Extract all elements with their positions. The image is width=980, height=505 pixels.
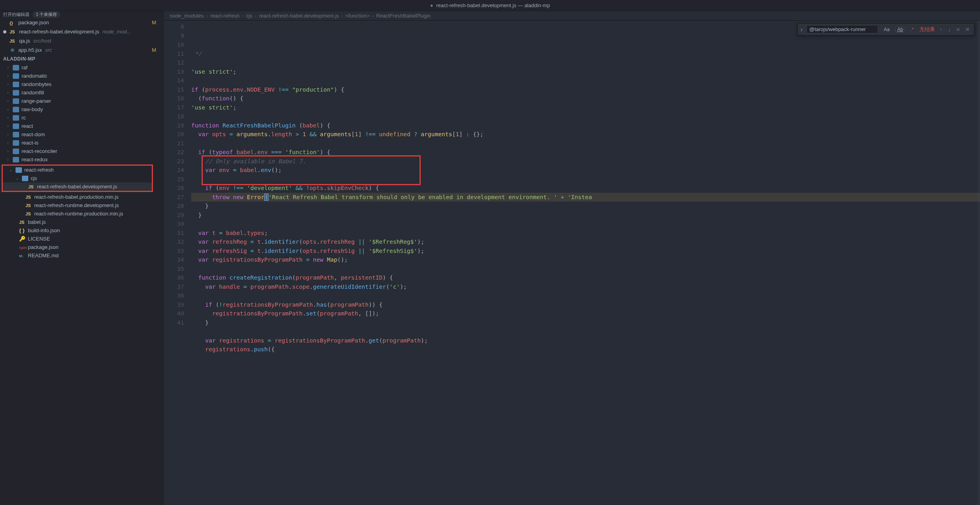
tree-file[interactable]: JSreact-refresh-babel.development.js — [3, 182, 152, 191]
code-line[interactable] — [191, 76, 980, 85]
code-line[interactable]: var t = babel.types; — [191, 229, 980, 238]
chevron-right-icon: › — [6, 99, 10, 103]
code-line[interactable]: var registrationsByProgramPath = new Map… — [191, 255, 980, 264]
code-line[interactable]: registrationsByProgramPath.set(programPa… — [191, 309, 980, 318]
tree-folder[interactable]: ›randomatic — [0, 72, 164, 80]
open-editors-header[interactable]: 打开的编辑器 1 个未保存 — [0, 11, 164, 18]
breadcrumb-segment[interactable]: node_modules — [170, 13, 204, 19]
code-content[interactable]: */'use strict';if (process.env.NODE_ENV … — [191, 21, 980, 505]
code-line[interactable] — [191, 219, 980, 229]
find-selection-icon[interactable]: ≡ — [956, 26, 960, 33]
find-case-option[interactable]: Aa — [882, 26, 891, 33]
tree-file[interactable]: 🔑LICENSE — [0, 235, 164, 243]
tree-file[interactable]: JSbabel.js — [0, 218, 164, 226]
breadcrumb-segment[interactable]: cjs — [246, 13, 253, 19]
line-number: 35 — [164, 264, 184, 274]
find-word-option[interactable]: Ab — [895, 26, 905, 33]
line-number: 20 — [164, 130, 184, 139]
line-number: 14 — [164, 76, 184, 85]
find-input[interactable] — [806, 25, 878, 33]
open-editor-filename: app.h5.jsx — [18, 47, 42, 53]
tree-file[interactable]: JSreact-refresh-runtime.production.min.j… — [0, 209, 164, 218]
find-regex-option[interactable]: .* — [909, 26, 915, 33]
folder-icon — [13, 115, 19, 121]
tree-file[interactable]: M↓README.md — [0, 251, 164, 260]
code-line[interactable]: var handle = programPath.scope.generateU… — [191, 282, 980, 292]
tree-folder[interactable]: ›react — [0, 122, 164, 130]
open-editor-tab[interactable]: JSreact-refresh-babel.development.jsnode… — [0, 27, 164, 36]
tree-folder[interactable]: ›react-is — [0, 139, 164, 147]
code-line[interactable]: */ — [191, 49, 980, 59]
code-line[interactable]: var opts = arguments.length > 1 && argum… — [191, 130, 980, 139]
code-line[interactable] — [191, 291, 980, 300]
code-line[interactable]: if (env !== 'development' && !opts.skipE… — [191, 184, 980, 193]
json-file-icon — [10, 20, 15, 25]
code-editor[interactable]: 8910111213141516171819202122232425262728… — [164, 21, 980, 505]
scrollbar[interactable] — [978, 21, 980, 505]
code-line[interactable]: // Only available in Babel 7. — [191, 157, 980, 166]
tree-folder[interactable]: ›randomfill — [0, 88, 164, 97]
find-next-icon[interactable]: ↓ — [947, 26, 952, 33]
code-line[interactable]: if (process.env.NODE_ENV !== "production… — [191, 85, 980, 94]
breadcrumb[interactable]: node_modules›react-refresh›cjs›react-ref… — [164, 11, 980, 21]
tree-file[interactable]: npmpackage.json — [0, 243, 164, 251]
code-line[interactable]: function ReactFreshBabelPlugin (babel) { — [191, 121, 980, 130]
code-line[interactable]: if (!registrationsByProgramPath.has(prog… — [191, 300, 980, 309]
line-number: 28 — [164, 202, 184, 211]
tree-file[interactable]: JSreact-refresh-babel.production.min.js — [0, 193, 164, 201]
code-line[interactable]: registrations.push({ — [191, 345, 980, 354]
code-line[interactable] — [191, 327, 980, 336]
code-line[interactable]: if (typeof babel.env === 'function') { — [191, 148, 980, 157]
project-header[interactable]: ALADDIN-MP — [0, 55, 164, 63]
code-line[interactable]: } — [191, 202, 980, 211]
code-line[interactable] — [191, 139, 980, 148]
code-line[interactable]: var registrations = registrationsByProgr… — [191, 336, 980, 345]
chevron-right-icon: › — [6, 90, 10, 95]
breadcrumb-segment[interactable]: <function> — [345, 13, 370, 19]
open-editor-tab[interactable]: package.jsonM — [0, 18, 164, 27]
tree-folder[interactable]: ›randombytes — [0, 80, 164, 88]
code-line[interactable]: function createRegistration(programPath,… — [191, 273, 980, 282]
chevron-right-icon: › — [6, 107, 10, 112]
breadcrumb-segment[interactable]: react-refresh — [210, 13, 240, 19]
tree-folder[interactable]: ›raw-body — [0, 105, 164, 114]
code-line[interactable]: throw new Error('React Refresh Babel tra… — [191, 193, 980, 202]
find-expand-icon[interactable]: › — [801, 26, 803, 33]
code-line[interactable]: } — [191, 318, 980, 327]
tree-item-label: LICENSE — [28, 236, 50, 242]
code-line[interactable]: var refreshReg = t.identifier(opts.refre… — [191, 237, 980, 247]
breadcrumb-segment[interactable]: ReactFreshBabelPlugin — [376, 13, 431, 19]
open-editor-tab[interactable]: ⚛app.h5.jsxsrcM — [0, 45, 164, 55]
code-line[interactable]: 'use strict'; — [191, 67, 980, 76]
tree-folder[interactable]: ›react-redux — [0, 155, 164, 164]
tree-item-label: react-dom — [22, 131, 45, 137]
code-line[interactable] — [191, 112, 980, 121]
tree-folder[interactable]: ›rc — [0, 114, 164, 122]
code-line[interactable]: var env = babel.env(); — [191, 166, 980, 175]
tree-file[interactable]: JSreact-refresh-runtime.development.js — [0, 201, 164, 209]
tree-item-label: cjs — [31, 175, 37, 181]
find-prev-icon[interactable]: ↑ — [939, 26, 943, 33]
line-number: 9 — [164, 31, 184, 41]
code-line[interactable] — [191, 58, 980, 67]
code-line[interactable] — [191, 264, 980, 274]
open-editor-path: node_mod... — [102, 29, 131, 35]
tree-folder[interactable]: ›react-reconciler — [0, 147, 164, 155]
open-editor-tab[interactable]: JSqa.jssrc/host — [0, 36, 164, 45]
license-icon: 🔑 — [19, 236, 25, 242]
breadcrumb-segment[interactable]: react-refresh-babel.development.js — [259, 13, 339, 19]
tree-folder[interactable]: ›raf — [0, 63, 164, 72]
code-line[interactable]: 'use strict'; — [191, 103, 980, 112]
code-line[interactable]: } — [191, 211, 980, 220]
code-line[interactable]: (function() { — [191, 94, 980, 103]
code-line[interactable] — [191, 175, 980, 184]
tree-folder[interactable]: ⌄cjs — [3, 174, 152, 182]
code-line[interactable]: var refreshSig = t.identifier(opts.refre… — [191, 247, 980, 256]
folder-icon — [13, 157, 19, 162]
find-close-icon[interactable]: ✕ — [964, 26, 971, 33]
line-number: 8 — [164, 22, 184, 31]
tree-file[interactable]: { }build-info.json — [0, 226, 164, 235]
tree-folder[interactable]: ⌄react-refresh — [3, 166, 152, 174]
tree-folder[interactable]: ›react-dom — [0, 130, 164, 139]
tree-folder[interactable]: ›range-parser — [0, 97, 164, 105]
